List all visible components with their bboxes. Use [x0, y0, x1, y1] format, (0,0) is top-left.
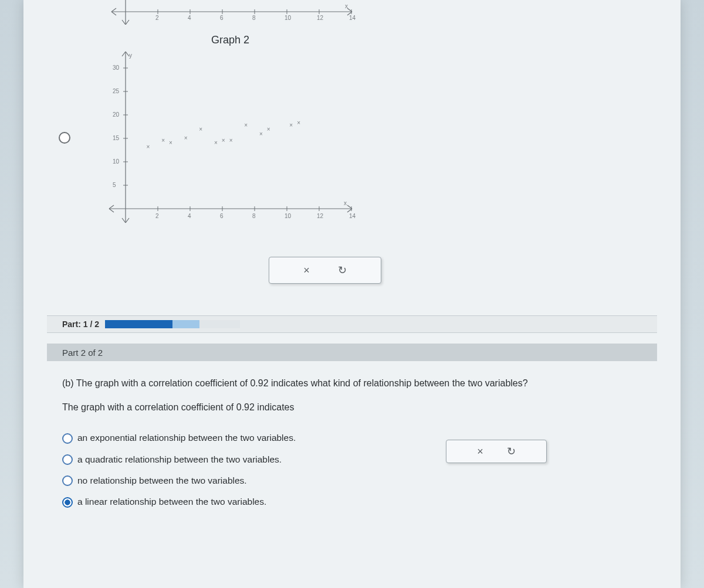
svg-text:×: × — [199, 126, 202, 132]
previous-part-radio[interactable] — [59, 132, 70, 144]
progress-label: Part: 1 / 2 — [62, 320, 99, 329]
svg-text:12: 12 — [317, 15, 324, 21]
axis-y-label: y — [129, 52, 132, 59]
svg-text:10: 10 — [113, 158, 120, 165]
svg-text:×: × — [259, 131, 263, 137]
option-label: no relationship between the two variable… — [77, 473, 247, 488]
svg-text:2: 2 — [155, 213, 159, 219]
svg-text:×: × — [147, 144, 150, 150]
svg-text:×: × — [267, 126, 270, 132]
svg-text:×: × — [244, 122, 248, 128]
option-label: a quadratic relationship between the two… — [77, 452, 282, 467]
question-block: (b) The graph with a correlation coeffic… — [62, 375, 642, 516]
svg-text:10: 10 — [285, 213, 292, 219]
svg-text:2: 2 — [155, 15, 159, 21]
svg-text:6: 6 — [220, 213, 224, 219]
svg-text:14: 14 — [349, 15, 356, 21]
svg-text:6: 6 — [220, 15, 224, 21]
option-2[interactable]: no relationship between the two variable… — [62, 473, 642, 488]
radio-icon[interactable] — [62, 454, 73, 465]
clear-icon[interactable]: × — [303, 264, 310, 277]
option-0[interactable]: an exponential relationship between the … — [62, 430, 642, 446]
reset-icon[interactable]: ↻ — [507, 445, 516, 458]
svg-text:30: 30 — [113, 64, 120, 71]
svg-text:25: 25 — [113, 88, 120, 94]
clear-icon[interactable]: × — [477, 446, 483, 458]
svg-text:8: 8 — [252, 213, 256, 219]
question-prompt: (b) The graph with a correlation coeffic… — [62, 375, 642, 391]
axis-top-fragment: 2468101214 x — [106, 0, 364, 25]
svg-text:×: × — [184, 135, 188, 141]
svg-text:×: × — [222, 137, 225, 144]
svg-text:12: 12 — [317, 213, 324, 219]
graph-title: Graph 2 — [211, 34, 249, 46]
svg-text:4: 4 — [188, 15, 191, 21]
radio-icon[interactable] — [62, 497, 73, 508]
graph-2-plot: y x 30252015105 2468101214 ××××××××××××× — [106, 47, 364, 229]
option-label: a linear relationship between the two va… — [77, 494, 266, 509]
axis-x-label-2: x — [344, 200, 347, 206]
svg-text:×: × — [214, 140, 218, 146]
svg-text:10: 10 — [285, 15, 292, 21]
svg-text:×: × — [169, 140, 172, 146]
reset-icon[interactable]: ↻ — [338, 264, 347, 277]
svg-text:20: 20 — [113, 111, 120, 118]
option-3[interactable]: a linear relationship between the two va… — [62, 494, 642, 509]
svg-text:×: × — [229, 137, 233, 144]
svg-text:8: 8 — [252, 15, 256, 21]
radio-icon[interactable] — [62, 475, 73, 486]
answer-toolbar: × ↻ — [446, 440, 547, 463]
axis-x-label: x — [345, 3, 348, 9]
progress-row: Part: 1 / 2 — [47, 315, 657, 333]
option-1[interactable]: a quadratic relationship between the two… — [62, 452, 642, 467]
graph-toolbar: × ↻ — [269, 257, 381, 284]
radio-icon[interactable] — [62, 433, 73, 444]
svg-text:×: × — [289, 122, 293, 128]
option-label: an exponential relationship between the … — [77, 430, 296, 446]
svg-text:5: 5 — [113, 182, 116, 188]
svg-text:×: × — [161, 137, 165, 144]
svg-text:×: × — [297, 120, 300, 126]
svg-text:15: 15 — [113, 135, 120, 141]
progress-bar — [105, 320, 240, 328]
question-stem: The graph with a correlation coefficient… — [62, 399, 642, 415]
svg-text:14: 14 — [349, 213, 356, 219]
part-header: Part 2 of 2 — [47, 344, 657, 361]
svg-text:4: 4 — [188, 213, 191, 219]
